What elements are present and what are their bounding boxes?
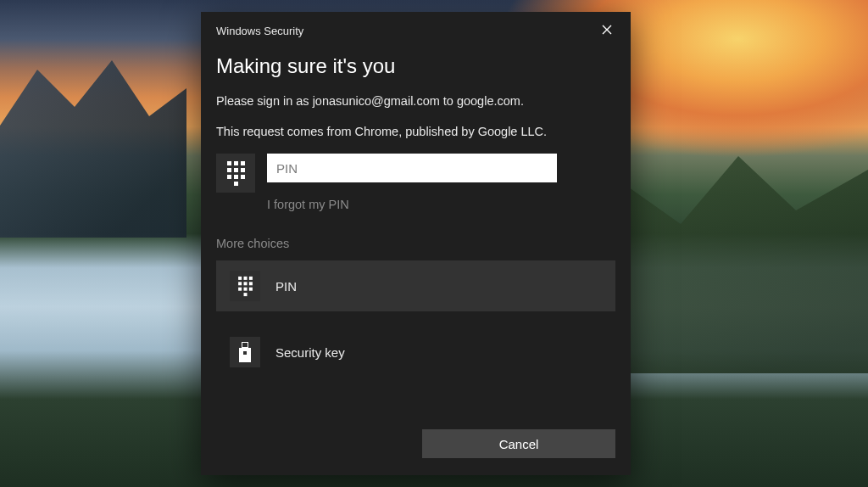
request-origin-text: This request comes from Chrome, publishe… xyxy=(216,124,615,141)
pin-entry-row: I forgot my PIN xyxy=(216,154,615,211)
dialog-button-row: Cancel xyxy=(201,429,631,458)
cancel-button[interactable]: Cancel xyxy=(422,429,615,458)
pin-input[interactable] xyxy=(267,154,557,182)
close-icon xyxy=(602,23,612,38)
keypad-icon xyxy=(216,154,255,193)
usb-key-icon xyxy=(230,337,260,367)
forgot-pin-link[interactable]: I forgot my PIN xyxy=(267,198,349,211)
more-choices-label: More choices xyxy=(216,237,615,250)
auth-choice-list: PIN Security key xyxy=(216,260,615,378)
auth-choice-security-key[interactable]: Security key xyxy=(216,327,615,378)
dialog-content: Making sure it's you Please sign in as j… xyxy=(201,44,631,393)
dialog-titlebar: Windows Security xyxy=(201,12,631,44)
keypad-icon xyxy=(230,271,260,301)
auth-choice-label: Security key xyxy=(275,345,345,360)
auth-choice-label: PIN xyxy=(275,279,297,294)
close-button[interactable] xyxy=(595,19,619,42)
dialog-title: Windows Security xyxy=(216,25,303,37)
dialog-heading: Making sure it's you xyxy=(216,54,615,78)
signin-instruction: Please sign in as jonasunico@gmail.com t… xyxy=(216,93,615,110)
auth-choice-pin[interactable]: PIN xyxy=(216,260,615,311)
windows-security-dialog: Windows Security Making sure it's you Pl… xyxy=(201,12,631,475)
